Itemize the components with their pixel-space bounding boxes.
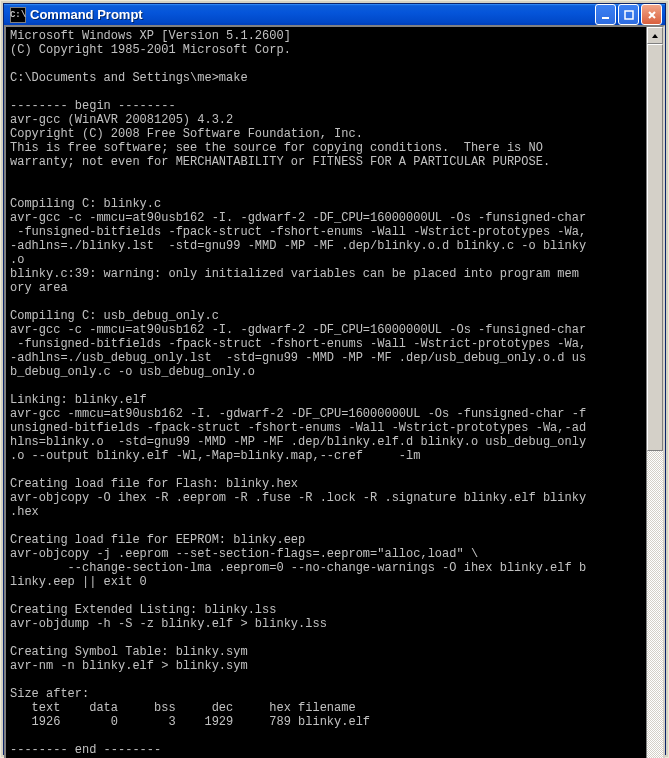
maximize-button[interactable] xyxy=(618,4,639,25)
titlebar[interactable]: C:\ Command Prompt xyxy=(4,4,665,25)
terminal-line: Creating load file for Flash: blinky.hex xyxy=(10,477,298,491)
terminal-line: avr-objdump -h -S -z blinky.elf > blinky… xyxy=(10,617,327,631)
terminal-line: unsigned-bitfields -fpack-struct -fshort… xyxy=(10,421,586,435)
svg-rect-0 xyxy=(602,17,609,19)
scroll-up-button[interactable] xyxy=(647,27,663,44)
terminal-line: .hex xyxy=(10,505,39,519)
close-button[interactable] xyxy=(641,4,662,25)
terminal-line: Linking: blinky.elf xyxy=(10,393,147,407)
terminal-line: hlns=blinky.o -std=gnu99 -MMD -MP -MF .d… xyxy=(10,435,586,449)
svg-rect-1 xyxy=(625,11,633,19)
terminal-line: avr-nm -n blinky.elf > blinky.sym xyxy=(10,659,248,673)
terminal-line: avr-objcopy -j .eeprom --set-section-fla… xyxy=(10,547,478,561)
scroll-track[interactable] xyxy=(647,44,663,758)
terminal-line: -funsigned-bitfields -fpack-struct -fsho… xyxy=(10,337,586,351)
terminal-line: avr-gcc (WinAVR 20081205) 4.3.2 xyxy=(10,113,233,127)
terminal-line: -funsigned-bitfields -fpack-struct -fsho… xyxy=(10,225,586,239)
terminal-line: (C) Copyright 1985-2001 Microsoft Corp. xyxy=(10,43,291,57)
terminal-line: Compiling C: usb_debug_only.c xyxy=(10,309,219,323)
terminal-line: Size after: xyxy=(10,687,89,701)
terminal-line: .o --output blinky.elf -Wl,-Map=blinky.m… xyxy=(10,449,420,463)
terminal-line: -------- begin -------- xyxy=(10,99,176,113)
terminal-line: Creating load file for EEPROM: blinky.ee… xyxy=(10,533,305,547)
terminal-line: warranty; not even for MERCHANTABILITY o… xyxy=(10,155,550,169)
arrow-up-icon xyxy=(651,32,659,40)
terminal-line: blinky.c:39: warning: only initialized v… xyxy=(10,267,579,281)
terminal-line: -------- end -------- xyxy=(10,743,161,757)
minimize-icon xyxy=(601,10,611,20)
window-controls xyxy=(595,4,662,25)
close-icon xyxy=(647,10,657,20)
terminal-line: -adhlns=./usb_debug_only.lst -std=gnu99 … xyxy=(10,351,586,365)
command-prompt-window: C:\ Command Prompt Microsoft Windows XP … xyxy=(3,3,666,755)
minimize-button[interactable] xyxy=(595,4,616,25)
terminal-line: Creating Symbol Table: blinky.sym xyxy=(10,645,248,659)
terminal-line: C:\Documents and Settings\me>make xyxy=(10,71,248,85)
terminal-line: .o xyxy=(10,253,24,267)
terminal-output[interactable]: Microsoft Windows XP [Version 5.1.2600] … xyxy=(6,27,646,758)
terminal-line: Compiling C: blinky.c xyxy=(10,197,161,211)
terminal-line: avr-gcc -mmcu=at90usb162 -I. -gdwarf-2 -… xyxy=(10,407,586,421)
terminal-line: avr-gcc -c -mmcu=at90usb162 -I. -gdwarf-… xyxy=(10,211,586,225)
window-title: Command Prompt xyxy=(30,7,595,22)
terminal-line: avr-objcopy -O ihex -R .eeprom -R .fuse … xyxy=(10,491,586,505)
terminal-line: Microsoft Windows XP [Version 5.1.2600] xyxy=(10,29,291,43)
terminal-line: ory area xyxy=(10,281,68,295)
scrollbar[interactable] xyxy=(646,27,663,758)
terminal-line: b_debug_only.c -o usb_debug_only.o xyxy=(10,365,255,379)
terminal-line: 1926 0 3 1929 789 blinky.elf xyxy=(10,715,370,729)
terminal-line: avr-gcc -c -mmcu=at90usb162 -I. -gdwarf-… xyxy=(10,323,586,337)
terminal-line: text data bss dec hex filename xyxy=(10,701,356,715)
scroll-thumb[interactable] xyxy=(647,44,663,451)
terminal-area: Microsoft Windows XP [Version 5.1.2600] … xyxy=(4,25,665,758)
maximize-icon xyxy=(624,10,634,20)
terminal-line: --change-section-lma .eeprom=0 --no-chan… xyxy=(10,561,586,575)
terminal-line: -adhlns=./blinky.lst -std=gnu99 -MMD -MP… xyxy=(10,239,586,253)
app-icon: C:\ xyxy=(10,7,26,23)
terminal-line: Creating Extended Listing: blinky.lss xyxy=(10,603,276,617)
terminal-line: linky.eep || exit 0 xyxy=(10,575,147,589)
terminal-line: Copyright (C) 2008 Free Software Foundat… xyxy=(10,127,363,141)
terminal-line: This is free software; see the source fo… xyxy=(10,141,543,155)
